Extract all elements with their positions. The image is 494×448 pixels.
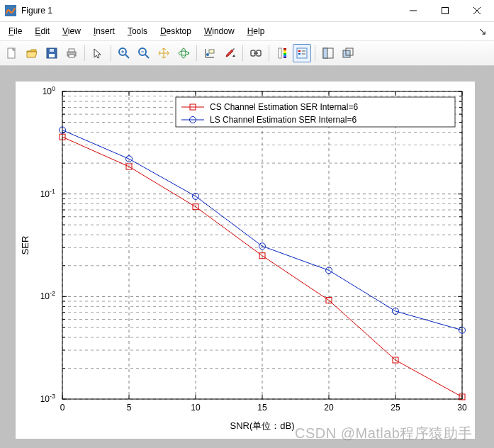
svg-text:30: 30: [457, 403, 467, 413]
toolbar-separator: [111, 45, 111, 61]
svg-text:SER: SER: [20, 236, 30, 255]
toolbar-separator: [269, 45, 269, 61]
app-icon: [4, 4, 17, 17]
svg-text:5: 5: [127, 403, 132, 413]
zoom-in-icon[interactable]: [115, 44, 133, 62]
toolbar-separator: [84, 45, 85, 61]
svg-rect-9: [50, 49, 54, 52]
save-icon[interactable]: [43, 44, 61, 62]
figure-canvas: 10010-110-210-3051015202530SNR(单位：dB)SER…: [0, 66, 494, 448]
dock-icon[interactable]: [319, 44, 337, 62]
pointer-icon[interactable]: [89, 44, 107, 62]
svg-line-19: [145, 55, 149, 58]
toolbar-separator: [242, 45, 243, 61]
menu-file[interactable]: File: [4, 25, 26, 38]
svg-rect-12: [69, 55, 74, 57]
svg-text:10: 10: [191, 403, 201, 413]
menu-view[interactable]: View: [58, 25, 85, 38]
menu-window[interactable]: Window: [200, 25, 239, 38]
open-file-icon[interactable]: [23, 44, 41, 62]
svg-point-26: [206, 53, 209, 56]
figure-toolbar: [0, 40, 494, 66]
svg-rect-11: [69, 49, 74, 52]
svg-rect-35: [284, 52, 286, 53]
svg-rect-32: [279, 48, 281, 58]
svg-rect-36: [284, 53, 286, 55]
datatip-icon[interactable]: [201, 44, 219, 62]
window-title: Figure 1: [21, 6, 52, 16]
new-file-icon[interactable]: [3, 44, 21, 62]
print-icon[interactable]: [62, 44, 81, 62]
pan-icon[interactable]: [155, 44, 173, 62]
svg-text:15: 15: [257, 403, 267, 413]
svg-rect-34: [284, 50, 286, 51]
toolbar-separator: [196, 45, 197, 61]
close-button[interactable]: [461, 1, 493, 21]
menu-insert[interactable]: Insert: [89, 25, 119, 38]
svg-rect-8: [49, 54, 55, 57]
svg-rect-38: [284, 57, 286, 58]
svg-rect-45: [323, 48, 327, 58]
svg-rect-2: [442, 8, 448, 14]
svg-text:25: 25: [391, 403, 400, 413]
svg-text:20: 20: [324, 403, 334, 413]
brush-icon[interactable]: [220, 44, 239, 62]
rotate3d-icon[interactable]: [174, 44, 193, 62]
svg-marker-28: [232, 55, 235, 57]
svg-text:10-1: 10-1: [40, 188, 55, 199]
zoom-out-icon[interactable]: [135, 44, 153, 62]
menu-edit[interactable]: Edit: [30, 25, 54, 38]
menu-desktop[interactable]: Desktop: [156, 25, 196, 38]
legend-entry: LS Channel Estimation SER Internal=6: [210, 115, 357, 125]
svg-rect-33: [284, 48, 286, 50]
svg-marker-27: [232, 48, 235, 50]
menu-bar: File Edit View Insert Tools Desktop Wind…: [0, 22, 494, 40]
svg-text:10-2: 10-2: [40, 290, 55, 301]
menu-corner-icon[interactable]: ↘: [478, 26, 490, 37]
undock-icon[interactable]: [339, 44, 357, 62]
svg-line-15: [125, 55, 129, 58]
window-titlebar: Figure 1: [0, 0, 494, 22]
legend-icon[interactable]: [293, 44, 311, 62]
svg-rect-25: [209, 50, 214, 53]
maximize-button[interactable]: [429, 1, 461, 21]
colorbar-icon[interactable]: [273, 44, 291, 62]
svg-text:10-3: 10-3: [40, 393, 55, 404]
menu-help[interactable]: Help: [243, 25, 269, 38]
svg-text:SNR(单位：dB): SNR(单位：dB): [230, 420, 294, 431]
legend-entry: CS Channel Estimation SER Internal=6: [210, 102, 358, 112]
menu-tools[interactable]: Tools: [123, 25, 152, 38]
link-icon[interactable]: [247, 44, 265, 62]
minimize-button[interactable]: [397, 1, 429, 21]
svg-rect-37: [284, 55, 286, 56]
svg-point-21: [179, 51, 189, 55]
axes: 10010-110-210-3051015202530SNR(单位：dB)SER…: [16, 82, 475, 439]
toolbar-separator: [315, 45, 315, 61]
svg-text:100: 100: [43, 85, 55, 96]
svg-marker-13: [94, 49, 101, 58]
svg-point-22: [181, 48, 186, 58]
svg-text:0: 0: [60, 403, 65, 413]
svg-rect-46: [343, 50, 350, 57]
